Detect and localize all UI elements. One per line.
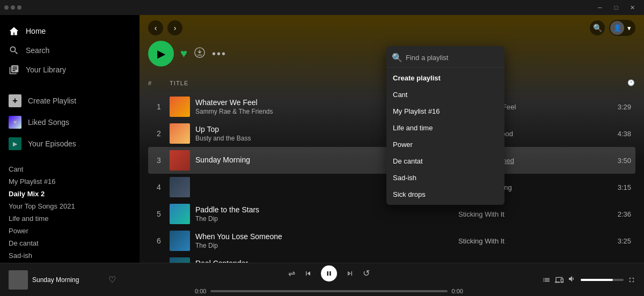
sidebar-your-episodes[interactable]: ▶ Your Episodes [0, 133, 140, 154]
repeat-button[interactable]: ↺ [363, 268, 370, 278]
context-menu-item-playlist16[interactable]: My Playlist #16 [386, 103, 504, 120]
sidebar-playlists: CantMy Playlist #16Daily Mix 2Your Top S… [0, 163, 140, 262]
player-progress: 0:00 0:00 [195, 288, 463, 294]
library-icon [9, 64, 19, 75]
title-bar-dot [11, 5, 15, 10]
sidebar-playlist-item[interactable]: Your Top Songs 2021 [0, 200, 140, 212]
title-bar-dot [4, 5, 9, 10]
context-menu-item-lifetime[interactable]: Life and time [386, 120, 504, 136]
search-icon [9, 45, 19, 56]
shuffle-button[interactable]: ⇌ [288, 268, 295, 278]
context-menu-create-playlist[interactable]: Create playlist [386, 70, 504, 86]
sidebar-create-playlist[interactable]: + Create Playlist [0, 90, 140, 112]
sidebar-liked-songs-label: Liked Songs [28, 118, 69, 127]
sidebar-create-playlist-label: Create Playlist [28, 97, 76, 105]
main-content: ‹ › 🔍 👤 ▾ ▶ ♥ ••• # TITLE [140, 15, 644, 263]
episodes-icon: ▶ [9, 137, 21, 150]
next-button[interactable] [346, 269, 354, 278]
devices-button[interactable] [555, 276, 564, 284]
context-menu-item-sadish[interactable]: Sad-ish [386, 169, 504, 186]
player: Sunday Morning ♡ ⇌ ↺ 0:00 0:00 [0, 263, 644, 296]
sidebar-item-library[interactable]: Your Library [0, 60, 140, 79]
context-search-input[interactable] [406, 54, 499, 62]
sidebar-playlist-item[interactable]: Power [0, 225, 140, 237]
liked-songs-icon: ♥ [9, 116, 21, 129]
queue-button[interactable] [542, 276, 551, 284]
player-like-button[interactable]: ♡ [108, 275, 116, 285]
context-menu-search: 🔍 [386, 48, 504, 68]
context-search-icon: 🔍 [392, 53, 402, 63]
context-menu-item-sickdrops[interactable]: Sick drops [386, 186, 504, 203]
sidebar-playlist-item[interactable]: Life and time [0, 212, 140, 225]
sidebar: Home Search Your Library + Create Playli… [0, 15, 140, 263]
volume-button[interactable] [568, 275, 576, 285]
player-play-button[interactable] [321, 265, 337, 282]
sidebar-item-label: Home [26, 27, 46, 35]
player-track-title: Sunday Morning [32, 276, 104, 284]
context-menu-overlay: 🔍 Create playlist Cant My Playlist #16 L… [140, 15, 644, 263]
sidebar-liked-songs[interactable]: ♥ Liked Songs [0, 112, 140, 133]
sidebar-item-label: Your Library [26, 65, 66, 74]
player-right [542, 275, 635, 285]
close-button[interactable]: ✕ [625, 2, 640, 13]
context-menu: 🔍 Create playlist Cant My Playlist #16 L… [386, 46, 504, 205]
fullscreen-button[interactable] [628, 276, 635, 284]
player-left: Sunday Morning ♡ [9, 270, 116, 290]
time-total: 0:00 [452, 288, 463, 294]
sidebar-playlist-item[interactable]: Sad-ish [0, 249, 140, 262]
home-icon [9, 26, 19, 36]
player-controls: ⇌ ↺ 0:00 0:00 [125, 265, 533, 294]
sidebar-nav-section: Home Search Your Library [0, 19, 140, 82]
sidebar-item-label: Search [26, 46, 49, 55]
title-bar: ─ □ ✕ [0, 0, 644, 15]
player-track-info: Sunday Morning [32, 276, 104, 284]
sidebar-playlist-item[interactable]: De cantat [0, 237, 140, 249]
progress-bar[interactable] [210, 290, 447, 292]
prev-button[interactable] [304, 269, 312, 278]
context-menu-item-cant[interactable]: Cant [386, 86, 504, 103]
title-bar-dots [4, 5, 21, 10]
volume-fill [581, 279, 613, 281]
sidebar-playlist-item[interactable]: Daily Mix 2 [0, 188, 140, 200]
title-bar-controls: ─ □ ✕ [592, 2, 640, 13]
sidebar-playlist-item[interactable]: My Playlist #16 [0, 175, 140, 188]
player-buttons: ⇌ ↺ [288, 265, 370, 282]
app-body: Home Search Your Library + Create Playli… [0, 15, 644, 263]
context-menu-item-decantat[interactable]: De cantat [386, 153, 504, 169]
create-playlist-label: Create playlist [393, 74, 441, 82]
sidebar-your-episodes-label: Your Episodes [28, 139, 76, 148]
title-bar-dot [17, 5, 21, 10]
create-playlist-icon: + [9, 94, 21, 107]
sidebar-playlist-item[interactable]: Cant [0, 163, 140, 175]
minimize-button[interactable]: ─ [592, 2, 608, 13]
player-thumb [9, 270, 28, 290]
maximize-button[interactable]: □ [609, 2, 624, 13]
time-current: 0:00 [195, 288, 206, 294]
sidebar-item-home[interactable]: Home [0, 21, 140, 41]
context-menu-item-power[interactable]: Power [386, 136, 504, 153]
volume-bar[interactable] [581, 279, 624, 281]
sidebar-item-search[interactable]: Search [0, 41, 140, 60]
